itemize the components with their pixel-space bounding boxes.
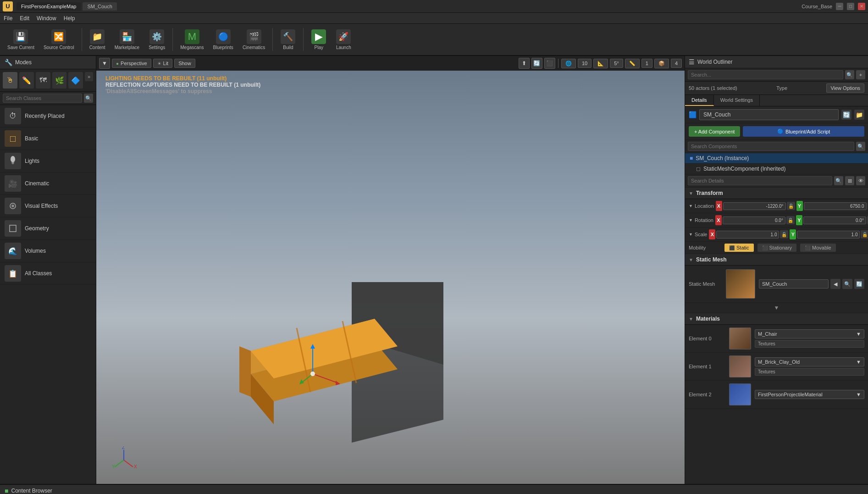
lit-button[interactable]: ☀ Lit (153, 59, 173, 68)
menu-help[interactable]: Help (64, 15, 75, 22)
view-options-button[interactable]: View Options (826, 83, 864, 93)
location-x-lock[interactable]: 🔓 (787, 202, 795, 210)
search-components-button[interactable]: 🔍 (856, 142, 865, 151)
search-details-input[interactable] (688, 176, 832, 185)
visual-effects-item[interactable]: Visual Effects (0, 195, 96, 217)
mobility-stationary-button[interactable]: ⬛ Stationary (757, 244, 797, 252)
settings-button[interactable]: ⚙️ Settings (145, 28, 169, 52)
viewport-canvas[interactable]: LIGHTING NEEDS TO BE REBUILT (11 unbuilt… (96, 71, 685, 484)
mesh-refresh-button[interactable]: 🔄 (854, 279, 864, 289)
tab-details[interactable]: Details (685, 95, 714, 106)
cinematics-button[interactable]: 🎬 Cinematics (239, 28, 269, 52)
material-1-textures[interactable]: Textures (755, 368, 864, 376)
split-screen-button[interactable]: 📦 (654, 59, 669, 68)
landscape-tool[interactable]: 🗺 (36, 72, 50, 89)
geometry-tool[interactable]: 🔷 (68, 72, 83, 89)
blueprints-button[interactable]: 🔵 Blueprints (209, 28, 237, 52)
vp-fullscreen-button[interactable]: 4 (671, 59, 682, 68)
sy-lock[interactable]: 🔓 (861, 230, 868, 239)
scale-y-field[interactable] (797, 231, 860, 239)
search-classes-input[interactable] (3, 94, 82, 103)
geometry-item[interactable]: Geometry (0, 217, 96, 240)
paint-tool[interactable]: ✏️ (19, 72, 34, 89)
snap-value[interactable]: 10 (578, 59, 592, 68)
mesh-arrow-left[interactable]: ◀ (830, 279, 840, 289)
component-static-mesh[interactable]: ◻ StaticMeshComponent (Inherited) (685, 164, 868, 174)
rx-lock[interactable]: 🔓 (786, 216, 795, 224)
megascans-button[interactable]: M Megascans (177, 28, 207, 52)
scale-icon[interactable]: ⬛ (544, 58, 555, 69)
material-m-chair-select[interactable]: M_Chair ▼ (755, 329, 864, 339)
lights-icon (5, 153, 21, 169)
recently-placed-item[interactable]: ⏱ Recently Placed (0, 105, 96, 128)
component-sm-couch[interactable]: ■ SM_Couch (Instance) (685, 153, 868, 164)
camera-speed[interactable]: 1 (641, 59, 652, 68)
details-grid-button[interactable]: ⊞ (845, 176, 854, 185)
play-button[interactable]: ▶ Play (307, 28, 330, 52)
scale-x-field[interactable] (716, 231, 779, 239)
marketplace-button[interactable]: 🏪 Marketplace (111, 28, 143, 52)
search-details-button[interactable]: 🔍 (834, 176, 843, 185)
grid-button[interactable]: 📐 (593, 59, 608, 68)
blueprint-add-script-button[interactable]: 🔵 Blueprint/Add Script (743, 126, 864, 137)
material-0-textures[interactable]: Textures (755, 340, 864, 348)
expand-tools-button[interactable]: » (85, 72, 93, 81)
transform-section-header[interactable]: ▼ Transform (685, 188, 868, 199)
materials-section-header[interactable]: ▼ Materials (685, 313, 868, 325)
show-button[interactable]: Show (174, 59, 195, 68)
content-button[interactable]: 📁 Content (86, 28, 109, 52)
rotate-icon[interactable]: 🔄 (531, 58, 542, 69)
build-button[interactable]: 🔨 Build (276, 28, 299, 52)
rotation-x-field[interactable] (723, 216, 785, 224)
lights-item[interactable]: Lights (0, 150, 96, 172)
browse-button[interactable]: 📁 (854, 110, 864, 120)
static-mesh-section-header[interactable]: ▼ Static Mesh (685, 254, 868, 266)
toolbar-sep-1 (82, 28, 82, 51)
tab-couch[interactable]: SM_Couch (83, 2, 116, 11)
maximize-button[interactable]: □ (847, 3, 854, 10)
launch-button[interactable]: 🚀 Launch (332, 28, 355, 52)
tab-map[interactable]: FirstPersonExampleMap (17, 2, 81, 11)
viewport-warnings: LIGHTING NEEDS TO BE REBUILT (11 unbuilt… (105, 75, 260, 94)
sx-lock[interactable]: 🔓 (780, 230, 788, 239)
select-tool[interactable]: 🖱 (3, 72, 17, 89)
rotation-y-field[interactable] (803, 216, 866, 224)
location-y-field[interactable] (804, 202, 867, 210)
search-components-input[interactable] (688, 142, 854, 151)
basic-item[interactable]: □ Basic (0, 128, 96, 150)
mesh-name-input[interactable] (759, 279, 829, 289)
mesh-search-button[interactable]: 🔍 (842, 279, 852, 289)
menu-edit[interactable]: Edit (20, 15, 29, 22)
translate-icon[interactable]: ⬆ (519, 58, 530, 69)
details-eye-button[interactable]: 👁 (856, 176, 865, 185)
perspective-button[interactable]: ● Perspective (112, 59, 151, 68)
object-name-input[interactable] (699, 109, 839, 120)
tab-world-settings[interactable]: World Settings (714, 95, 760, 106)
mobility-movable-button[interactable]: ⬛ Movable (800, 244, 836, 252)
source-control-button[interactable]: 🔀 Source Control (40, 28, 78, 52)
refresh-button[interactable]: 🔄 (841, 110, 851, 120)
save-current-button[interactable]: 💾 Save Current (4, 28, 38, 52)
cinematic-item[interactable]: 🎥 Cinematic (0, 172, 96, 195)
menu-window[interactable]: Window (37, 15, 56, 22)
location-x-field[interactable] (723, 202, 786, 210)
outliner-search-button[interactable]: 🔍 (845, 70, 854, 79)
material-brick-select[interactable]: M_Brick_Clay_Old ▼ (755, 357, 864, 366)
viewport-menu-button[interactable]: ▼ (99, 58, 110, 69)
grid-snap-button[interactable]: 🌐 (561, 59, 576, 68)
volumes-item[interactable]: 🌊 Volumes (0, 240, 96, 262)
mobility-static-button[interactable]: ⬛ Static (724, 244, 754, 252)
all-classes-item[interactable]: 📋 All Classes (0, 262, 96, 285)
scale-snap[interactable]: 📏 (625, 59, 640, 68)
angle-snap[interactable]: 5° (610, 59, 623, 68)
outliner-add-button[interactable]: + (856, 70, 865, 79)
add-component-button[interactable]: + Add Component (689, 126, 740, 137)
search-classes-button[interactable]: 🔍 (84, 94, 93, 103)
close-button[interactable]: ✕ (858, 3, 865, 10)
foliage-tool[interactable]: 🌿 (52, 72, 67, 89)
material-projectile-select[interactable]: FirstPersonProjectileMaterial ▼ (755, 390, 864, 399)
viewport[interactable]: ▼ ● Perspective ☀ Lit Show ⬆ 🔄 ⬛ 🌐 10 📐 … (96, 56, 685, 484)
outliner-search-input[interactable] (688, 70, 843, 79)
menu-file[interactable]: File (4, 15, 12, 22)
minimize-button[interactable]: ─ (836, 3, 843, 10)
